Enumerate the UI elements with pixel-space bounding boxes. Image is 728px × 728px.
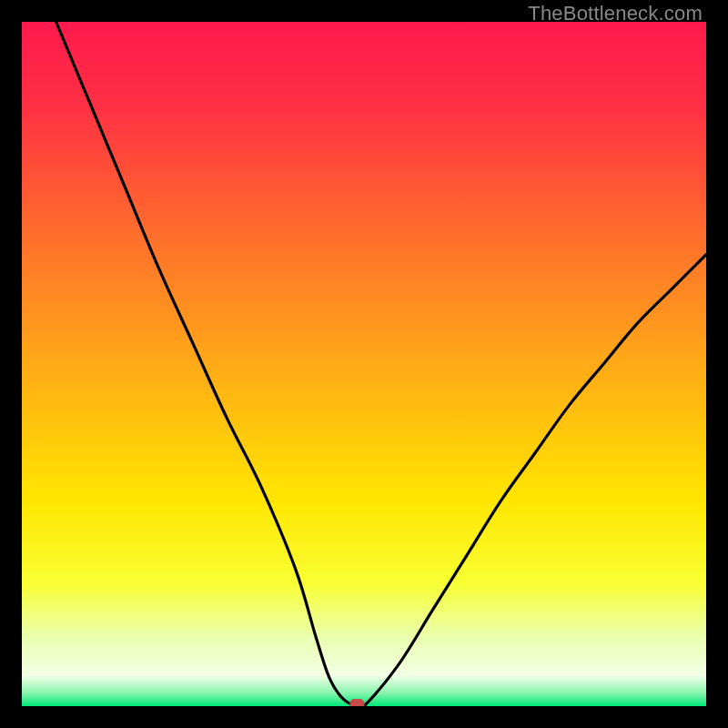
bottleneck-chart xyxy=(22,22,706,706)
chart-frame xyxy=(22,22,706,706)
optimal-point-marker xyxy=(349,699,364,706)
